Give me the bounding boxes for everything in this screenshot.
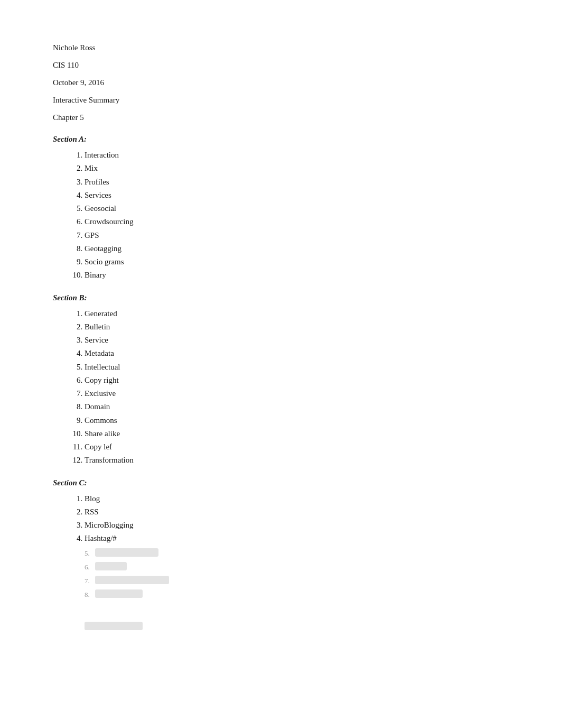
list-item: GPS: [85, 229, 508, 242]
list-item: Interaction: [85, 149, 508, 161]
list-item: Service: [85, 334, 508, 346]
list-item: RSS: [85, 506, 508, 518]
list-item: Mix: [85, 162, 508, 174]
course-name: CIS 110: [53, 60, 508, 71]
list-item: Transformation: [85, 454, 508, 466]
list-item: Crowdsourcing: [85, 216, 508, 228]
section-b-heading: Section B:: [53, 293, 508, 302]
section-b-label: Section B:: [53, 293, 87, 302]
list-item: Bulletin: [85, 321, 508, 333]
blurred-section-c-extra: 5. 6. 7. 8.: [85, 548, 508, 601]
section-a-heading: Section A:: [53, 135, 508, 144]
chapter-label: Chapter 5: [53, 112, 508, 123]
list-item: Exclusive: [85, 388, 508, 400]
list-item: Geosocial: [85, 202, 508, 215]
list-item: Hashtag/#: [85, 532, 508, 545]
list-item: Socio grams: [85, 256, 508, 268]
list-item: Blog: [85, 493, 508, 505]
list-item: Copy lef: [85, 441, 508, 453]
section-c-heading: Section C:: [53, 478, 508, 487]
list-item: Intellectual: [85, 361, 508, 373]
list-item: Metadata: [85, 347, 508, 360]
list-item: Copy right: [85, 374, 508, 386]
list-item: MicroBlogging: [85, 519, 508, 531]
list-item: Domain: [85, 401, 508, 413]
section-c-label: Section C:: [53, 478, 87, 487]
author-name: Nichole Ross: [53, 42, 508, 53]
list-item: Generated: [85, 308, 508, 320]
section-c-list: Blog RSS MicroBlogging Hashtag/#: [85, 493, 508, 545]
list-item: Share alike: [85, 428, 508, 440]
section-b-list: Generated Bulletin Service Metadata Inte…: [85, 308, 508, 467]
list-item: Profiles: [85, 176, 508, 188]
section-a-list: Interaction Mix Profiles Services Geosoc…: [85, 149, 508, 282]
list-item: Geotagging: [85, 243, 508, 255]
list-item: Services: [85, 189, 508, 201]
section-a-label: Section A:: [53, 135, 87, 143]
document-title: Interactive Summary: [53, 95, 508, 106]
document-date: October 9, 2016: [53, 77, 508, 88]
list-item: Binary: [85, 269, 508, 281]
blurred-footer: [85, 622, 508, 630]
list-item: Commons: [85, 414, 508, 427]
